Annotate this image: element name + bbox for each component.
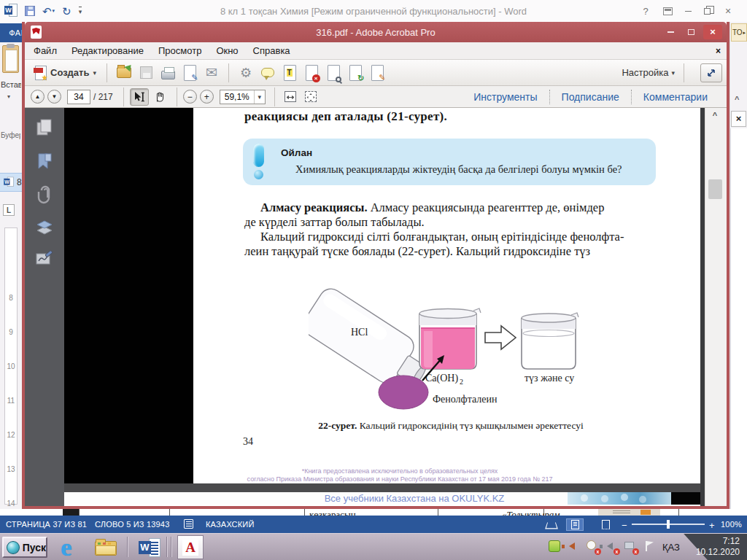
fullscreen-toggle-button[interactable] — [700, 63, 722, 82]
speaker-icon — [569, 542, 575, 550]
menu-file[interactable]: Файл — [34, 45, 57, 56]
paragraph-line: леин таңқурай түске боялады (22-сурет). … — [244, 244, 590, 259]
sync-disabled-icon[interactable]: x — [587, 540, 599, 553]
tools-panel-button[interactable]: Инструменты — [462, 91, 549, 103]
zoom-in-button[interactable]: + — [200, 90, 214, 104]
word-help-button[interactable]: ? — [636, 0, 655, 22]
zoom-slider[interactable] — [632, 524, 705, 525]
acrobat-close-button[interactable]: × — [703, 25, 722, 39]
pdf-document-area[interactable]: реакциясы деп аталады (21-сурет). Ойлан … — [64, 108, 727, 506]
edit-page-button[interactable]: ✎ — [179, 63, 201, 83]
acrobat-restore-button[interactable] — [683, 26, 699, 39]
file-explorer-button[interactable] — [92, 536, 120, 559]
paste-button-label[interactable]: Вставить — [1, 80, 21, 89]
volume-mixer-icon[interactable] — [568, 540, 580, 553]
read-mode-button[interactable] — [543, 518, 560, 531]
comment-button[interactable] — [257, 63, 279, 83]
word-right-tab[interactable]: ТО ▸ — [731, 23, 747, 42]
acrobat-scrollbar[interactable]: ^ — [705, 108, 727, 506]
settings-label[interactable]: Настройка — [622, 67, 668, 78]
page-black-margin — [64, 108, 193, 483]
layers-icon[interactable] — [35, 219, 54, 236]
word-restore-button[interactable] — [697, 0, 716, 22]
hand-tool-button[interactable] — [150, 88, 169, 106]
create-pdf-button[interactable]: Создать ▾ — [31, 63, 101, 82]
zoom-out-button[interactable]: − — [183, 90, 197, 104]
word-ribbon-options-button[interactable] — [658, 0, 677, 22]
undo-button[interactable]: ↶ ▾ — [42, 6, 55, 17]
menu-edit[interactable]: Редактирование — [71, 45, 144, 56]
word-pane-close-button[interactable]: × — [731, 111, 746, 127]
tray-clock[interactable]: 7:12 10.12.2020 — [696, 536, 740, 558]
start-button[interactable]: Пуск — [2, 537, 47, 558]
menu-window[interactable]: Окно — [216, 45, 238, 56]
word-minimize-button[interactable] — [678, 0, 697, 22]
highlight-button[interactable]: T — [279, 63, 301, 83]
zoom-in-button[interactable]: + — [709, 520, 715, 531]
zoom-percent[interactable]: 100% — [721, 520, 742, 529]
delete-pages-button[interactable]: × — [301, 63, 322, 83]
word-close-button[interactable]: × — [718, 0, 738, 22]
status-language[interactable]: КАЗАХСКИЙ — [206, 520, 255, 529]
redo-icon[interactable]: ↻ — [62, 6, 71, 17]
acrobat-window-controls: × — [662, 25, 727, 39]
acrobat-minimize-button[interactable] — [662, 26, 678, 39]
page-number-input[interactable] — [67, 90, 90, 104]
edit-page-icon: ✎ — [184, 65, 196, 81]
comments-panel-button[interactable]: Комментарии — [632, 91, 719, 103]
document-recovery-item[interactable]: W 8 — [0, 173, 22, 192]
undo-icon[interactable]: ↶ — [42, 6, 52, 17]
print-button[interactable] — [157, 63, 179, 83]
word-taskbar-button[interactable]: W — [136, 536, 163, 559]
undo-dropdown-icon[interactable]: ▾ — [53, 8, 55, 14]
fill-sign-button[interactable]: ✎ — [366, 63, 388, 83]
status-word-count[interactable]: СЛОВО 5 ИЗ 13943 — [95, 520, 170, 529]
customize-qat-icon[interactable]: ▾ — [79, 7, 82, 15]
audio-muted-icon[interactable]: x — [605, 540, 618, 553]
signatures-icon[interactable] — [35, 251, 54, 267]
menubar-close-icon[interactable]: × — [716, 46, 721, 56]
settings-dropdown-icon[interactable]: ▾ — [671, 69, 675, 77]
open-file-button[interactable] — [113, 63, 135, 83]
fit-width-button[interactable] — [281, 88, 300, 106]
zoom-out-button[interactable]: − — [622, 520, 627, 531]
network-disconnected-icon[interactable]: x — [624, 540, 637, 553]
export-button[interactable]: ↻ — [344, 63, 366, 83]
page-thumbnails-icon[interactable] — [35, 118, 54, 137]
save-icon[interactable] — [25, 6, 35, 16]
save-file-button[interactable] — [135, 63, 157, 83]
internet-explorer-button[interactable]: e — [53, 536, 80, 559]
acrobat-toolbar: Создать ▾ ✎ ✉ ⚙ T × ↻ ✎ Настройка ▾ — [25, 60, 727, 86]
menu-view[interactable]: Просмотр — [158, 45, 201, 56]
banner-text: Все учебники Казахстана на OKULYK.KZ — [261, 493, 568, 504]
tray-app-icon[interactable] — [549, 540, 561, 553]
previous-page-button[interactable]: ▲ — [31, 90, 44, 104]
acrobat-titlebar[interactable]: 316.pdf - Adobe Acrobat Pro × — [25, 22, 727, 42]
acrobat-taskbar-button[interactable]: A — [177, 535, 204, 559]
zoom-level-combobox[interactable]: 59,1% ▾ — [220, 90, 266, 104]
preferences-button[interactable]: ⚙ — [235, 63, 257, 83]
next-page-button[interactable]: ▼ — [47, 90, 61, 104]
attachments-paperclip-icon[interactable] — [36, 185, 53, 204]
proofing-icon[interactable] — [184, 519, 193, 529]
bookmarks-icon[interactable] — [36, 152, 53, 170]
zoom-slider-thumb[interactable] — [667, 520, 670, 529]
action-center-flag-icon[interactable] — [643, 540, 656, 553]
print-layout-button[interactable] — [566, 518, 584, 531]
scrollbar-thumb[interactable] — [708, 179, 722, 199]
collapse-ribbon-icon[interactable]: ^ — [735, 95, 739, 104]
paste-icon[interactable] — [2, 45, 19, 73]
web-layout-button[interactable] — [597, 518, 614, 531]
search-document-button[interactable] — [322, 63, 344, 83]
scrollbar-up-icon[interactable]: ^ — [705, 111, 724, 120]
select-tool-button[interactable] — [130, 88, 149, 106]
sign-panel-button[interactable]: Подписание — [550, 91, 631, 103]
zoom-dropdown-icon[interactable]: ▾ — [254, 90, 265, 104]
tab-selector[interactable]: L — [3, 204, 15, 216]
email-button[interactable]: ✉ — [201, 63, 222, 83]
fit-page-button[interactable] — [301, 88, 320, 106]
paste-dropdown-icon[interactable]: ▾ — [7, 93, 10, 100]
language-indicator[interactable]: ҚАЗ — [662, 542, 680, 553]
menu-help[interactable]: Справка — [253, 45, 290, 56]
status-page-count[interactable]: СТРАНИЦА 37 ИЗ 81 — [6, 520, 87, 529]
